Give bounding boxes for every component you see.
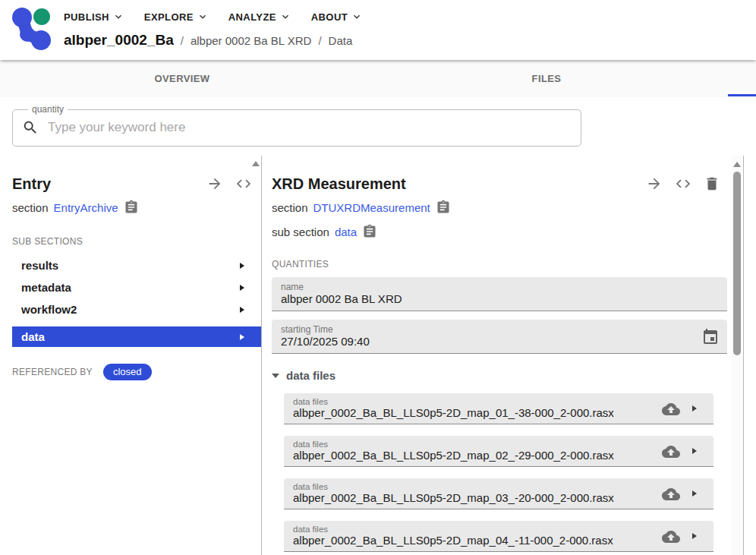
code-icon	[235, 175, 252, 192]
clipboard-icon	[436, 200, 451, 215]
expand-file-icon[interactable]	[692, 533, 697, 539]
calendar-icon	[701, 328, 720, 346]
copy-clipboard-button[interactable]	[436, 200, 451, 215]
copy-clipboard-button[interactable]	[362, 224, 377, 239]
subsection-item-data[interactable]: data	[12, 326, 261, 347]
subsection-link[interactable]: data	[335, 225, 357, 238]
nav-about-label: ABOUT	[311, 11, 348, 23]
data-file-row[interactable]: data files albper_0002_Ba_BL_LLS0p5-2D_m…	[284, 478, 713, 509]
search-legend: quantity	[28, 104, 68, 115]
upload-file-button[interactable]	[662, 400, 680, 418]
field-starting-time[interactable]: starting Time 27/10/2025 09:40	[272, 320, 727, 354]
section-label: section	[12, 201, 49, 214]
clipboard-icon	[362, 224, 377, 239]
left-lane-scroll-up-icon[interactable]	[252, 161, 260, 166]
field-name[interactable]: name albper 0002 Ba BL XRD	[272, 277, 727, 311]
upload-file-button[interactable]	[662, 485, 680, 503]
chevron-down-icon	[112, 11, 124, 23]
code-icon	[675, 175, 691, 192]
show-code-button[interactable]	[673, 174, 693, 194]
expand-file-icon[interactable]	[692, 405, 697, 412]
navigate-arrow-button[interactable]	[644, 174, 664, 194]
section-label: section	[272, 201, 308, 214]
breadcrumb-entry-id[interactable]: albper_0002_Ba	[64, 32, 174, 49]
tab-overview[interactable]: OVERVIEW	[0, 60, 364, 97]
page: PUBLISH EXPLORE ANALYZE ABOUT albper_000…	[0, 0, 756, 555]
trash-icon	[704, 175, 720, 192]
copy-clipboard-button[interactable]	[124, 200, 139, 215]
cloud-upload-icon	[662, 485, 680, 503]
scroll-up-icon[interactable]	[733, 162, 741, 167]
section-link[interactable]: EntryArchive	[54, 201, 118, 214]
breadcrumb-separator: /	[181, 34, 184, 47]
subsection-item-metadata[interactable]: metadata	[12, 276, 261, 298]
subsections-menu: results metadata workflow2 data	[0, 254, 261, 347]
scrollbar-thumb[interactable]	[733, 172, 741, 355]
measurement-lane: XRD Measurement section DTUXRDMeasuremen…	[262, 156, 744, 555]
chevron-down-icon	[279, 11, 291, 23]
nav-analyze[interactable]: ANALYZE	[228, 11, 291, 23]
nomad-logo-icon[interactable]	[9, 5, 52, 54]
data-file-row[interactable]: data files albper_0002_Ba_BL_LLS0p5-2D_m…	[284, 393, 713, 424]
navigate-arrow-button[interactable]	[205, 174, 225, 194]
main-nav: PUBLISH EXPLORE ANALYZE ABOUT	[64, 11, 363, 23]
data-file-row[interactable]: data files albper_0002_Ba_BL_LLS0p5-2D_m…	[284, 521, 713, 552]
calendar-picker-button[interactable]	[701, 328, 720, 346]
data-files-group-label: data files	[286, 369, 335, 382]
breadcrumb-separator: /	[318, 34, 321, 47]
arrow-right-icon	[206, 175, 223, 192]
nav-about[interactable]: ABOUT	[311, 11, 363, 23]
breadcrumb: albper_0002_Ba / albper 0002 Ba BL XRD /…	[64, 32, 352, 49]
search-input[interactable]	[48, 120, 534, 135]
data-files-group-toggle[interactable]: data files	[272, 369, 743, 382]
entry-lane: Entry section EntryArchive SUB SECTIONS …	[0, 156, 262, 555]
section-link[interactable]: DTUXRDMeasurement	[313, 201, 430, 214]
subsections-heading: SUB SECTIONS	[12, 236, 249, 247]
measurement-lane-title: XRD Measurement	[272, 175, 406, 193]
breadcrumb-entry-name[interactable]: albper 0002 Ba BL XRD	[191, 34, 312, 47]
upload-file-button[interactable]	[662, 528, 680, 546]
chevron-down-icon	[351, 11, 363, 23]
subsection-item-results[interactable]: results	[12, 254, 261, 276]
subsection-label: sub section	[272, 225, 329, 238]
referenced-by-row: REFERENCED BY closed	[12, 364, 249, 380]
search-icon	[22, 119, 39, 136]
subsection-item-workflow2[interactable]: workflow2	[12, 298, 261, 320]
measurement-section-row: section DTUXRDMeasurement	[272, 200, 731, 215]
arrow-right-icon	[646, 175, 663, 192]
triangle-right-icon	[240, 307, 244, 313]
triangle-right-icon	[240, 285, 244, 291]
cloud-upload-icon	[662, 528, 680, 546]
triangle-right-icon	[240, 334, 244, 340]
tab-bar: OVERVIEW FILES	[0, 60, 756, 97]
triangle-down-icon	[272, 374, 279, 378]
cloud-upload-icon	[662, 400, 680, 418]
right-lane-scrollbar[interactable]	[732, 156, 742, 555]
nav-publish[interactable]: PUBLISH	[64, 11, 124, 23]
measurement-subsection-row: sub section data	[272, 224, 731, 239]
data-file-row[interactable]: data files albper_0002_Ba_BL_LLS0p5-2D_m…	[284, 436, 713, 467]
quantities-heading: QUANTITIES	[272, 259, 733, 270]
delete-button[interactable]	[702, 174, 722, 194]
show-code-button[interactable]	[234, 174, 254, 194]
tab-files[interactable]: FILES	[364, 60, 729, 97]
triangle-right-icon	[240, 263, 244, 269]
chevron-down-icon	[197, 11, 209, 23]
clipboard-icon	[124, 200, 139, 215]
nav-explore-label: EXPLORE	[144, 11, 194, 23]
active-tab-indicator	[728, 94, 756, 96]
referenced-by-label: REFERENCED BY	[12, 367, 93, 377]
expand-file-icon[interactable]	[692, 490, 697, 497]
entry-lane-title: Entry	[12, 175, 51, 193]
cloud-upload-icon	[662, 443, 680, 461]
app-bar: PUBLISH EXPLORE ANALYZE ABOUT albper_000…	[0, 0, 756, 60]
expand-file-icon[interactable]	[692, 448, 697, 454]
breadcrumb-current-page[interactable]: Data	[329, 34, 353, 47]
quantity-search: quantity	[12, 104, 581, 147]
nav-publish-label: PUBLISH	[64, 11, 109, 23]
upload-file-button[interactable]	[662, 443, 680, 461]
entry-section-row: section EntryArchive	[12, 200, 249, 215]
nav-explore[interactable]: EXPLORE	[144, 11, 209, 23]
referenced-by-badge[interactable]: closed	[103, 364, 152, 380]
nav-analyze-label: ANALYZE	[228, 11, 276, 23]
